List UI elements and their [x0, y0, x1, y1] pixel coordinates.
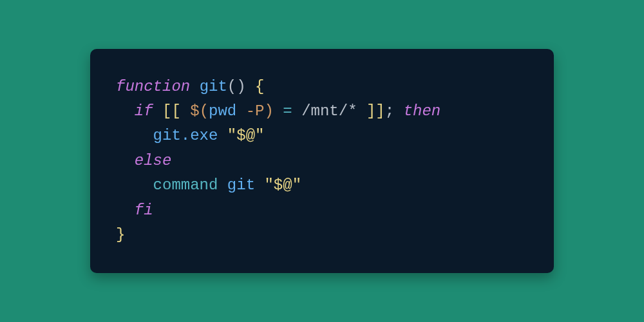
path-mnt: /mnt/*: [301, 102, 357, 120]
code-content: function git() { if [[ $(pwd -P) = /mnt/…: [116, 75, 522, 248]
code-block: function git() { if [[ $(pwd -P) = /mnt/…: [90, 49, 554, 274]
keyword-then: then: [404, 102, 441, 120]
keyword-fi: fi: [135, 202, 153, 219]
flag-p: -P: [236, 102, 264, 120]
parentheses: (): [227, 78, 246, 95]
semicolon: ;: [385, 102, 394, 120]
arg-dollar-at-2: "$@": [264, 176, 301, 194]
cmd-pwd: pwd: [209, 102, 236, 120]
bracket-close: ]]: [357, 102, 385, 120]
function-name: git: [200, 78, 227, 95]
keyword-function: function: [116, 78, 190, 95]
arg-dollar-at-1: "$@": [227, 127, 265, 144]
close-paren: ): [265, 102, 274, 120]
bracket-open: [[: [162, 102, 190, 120]
keyword-if: if: [135, 102, 153, 120]
builtin-command: command: [153, 176, 218, 194]
dollar-paren: $(: [190, 102, 209, 120]
git-exe: git.exe: [153, 127, 218, 144]
operator-eq: =: [274, 102, 301, 120]
brace-open: {: [255, 78, 264, 95]
brace-close: }: [116, 226, 125, 243]
keyword-else: else: [135, 152, 172, 169]
cmd-git: git: [227, 176, 255, 194]
